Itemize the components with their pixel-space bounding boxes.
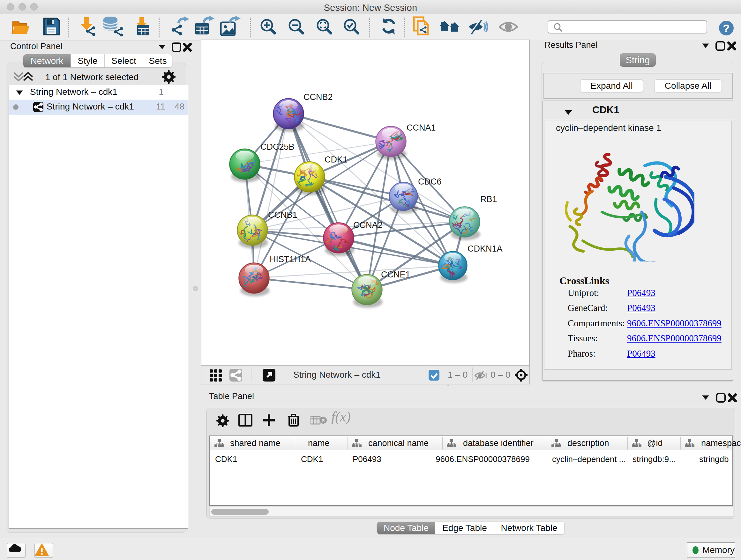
svg-text:?: ? <box>723 22 730 34</box>
svg-text:RB1: RB1 <box>480 194 497 204</box>
svg-text:HIST1H1A: HIST1H1A <box>270 254 311 264</box>
svg-text:CDKN1A: CDKN1A <box>468 244 502 253</box>
svg-text:CCNE1: CCNE1 <box>381 270 410 279</box>
svg-text:CCNA2: CCNA2 <box>353 220 383 230</box>
svg-text:CDK1: CDK1 <box>325 155 347 165</box>
svg-text:CCNB2: CCNB2 <box>304 92 333 102</box>
svg-text:CDC6: CDC6 <box>418 177 442 186</box>
svg-text:CDC25B: CDC25B <box>260 142 294 152</box>
svg-text:CCNB1: CCNB1 <box>268 210 297 220</box>
svg-text:CCNA1: CCNA1 <box>407 123 436 132</box>
